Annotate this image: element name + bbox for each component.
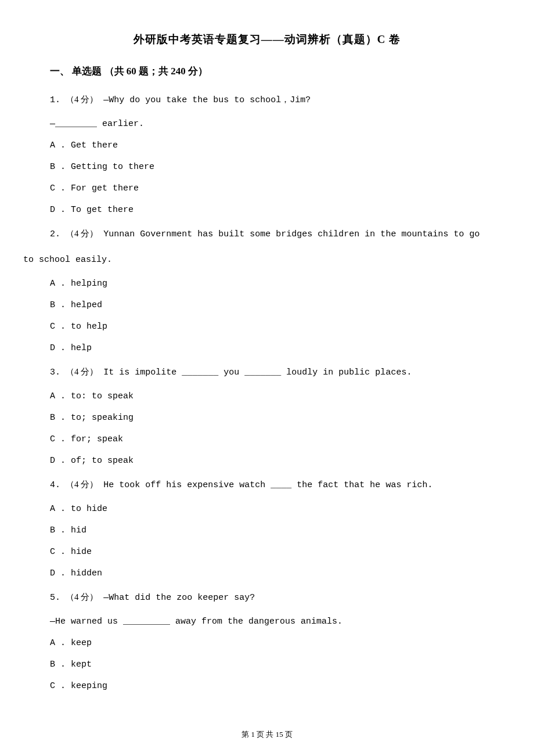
q1-option-d: D . To get there bbox=[23, 205, 511, 215]
q3-option-d: D . of; to speak bbox=[23, 456, 511, 466]
q4-option-b: B . hid bbox=[23, 525, 511, 535]
q2-text-before: Yunnan Government has built some bridges… bbox=[103, 229, 479, 239]
q1-followup: —________ earlier. bbox=[23, 119, 511, 129]
q3-option-c: C . for; speak bbox=[23, 434, 511, 444]
q5-option-c: C . keeping bbox=[23, 681, 511, 691]
q4-option-c: C . hide bbox=[23, 547, 511, 557]
q1-text: —Why do you take the bus to school，Jim? bbox=[103, 95, 311, 105]
q1-points: （4 分） bbox=[66, 95, 98, 104]
q3-points: （4 分） bbox=[66, 367, 98, 376]
q4-text: He took off his expensive watch ____ the… bbox=[103, 480, 432, 490]
q5-followup: —He warned us _________ away from the da… bbox=[23, 617, 511, 627]
q5-number: 5. bbox=[50, 593, 60, 603]
q5-text: —What did the zoo keeper say? bbox=[103, 593, 255, 603]
q3-number: 3. bbox=[50, 368, 60, 377]
q2-text-wrap: to school easily. bbox=[23, 253, 511, 267]
q2-option-a: A . helping bbox=[23, 279, 511, 289]
q2-option-c: C . to help bbox=[23, 322, 511, 332]
page-footer: 第 1 页 共 15 页 bbox=[0, 729, 534, 740]
q2-option-d: D . help bbox=[23, 343, 511, 353]
page-title: 外研版中考英语专题复习——动词辨析（真题）C 卷 bbox=[23, 32, 511, 47]
question-5: 5. （4 分） —What did the zoo keeper say? bbox=[23, 590, 511, 605]
q1-option-c: C . For get there bbox=[23, 183, 511, 193]
question-2: 2. （4 分） Yunnan Government has built som… bbox=[23, 226, 511, 242]
question-3: 3. （4 分） It is impolite _______ you ____… bbox=[23, 365, 511, 380]
q4-points: （4 分） bbox=[66, 480, 98, 489]
section-header: 一、 单选题 （共 60 题；共 240 分） bbox=[23, 64, 511, 78]
q3-option-a: A . to: to speak bbox=[23, 391, 511, 401]
q5-points: （4 分） bbox=[66, 592, 98, 602]
q5-option-b: B . kept bbox=[23, 660, 511, 669]
q2-number: 2. bbox=[50, 229, 60, 239]
q4-option-a: A . to hide bbox=[23, 504, 511, 514]
q4-option-d: D . hidden bbox=[23, 568, 511, 578]
q3-option-b: B . to; speaking bbox=[23, 413, 511, 423]
q2-points: （4 分） bbox=[66, 229, 98, 238]
q1-option-b: B . Getting to there bbox=[23, 162, 511, 172]
q1-number: 1. bbox=[50, 95, 60, 105]
q4-number: 4. bbox=[50, 480, 60, 490]
q2-option-b: B . helped bbox=[23, 300, 511, 310]
question-1: 1. （4 分） —Why do you take the bus to sch… bbox=[23, 92, 511, 107]
q1-option-a: A . Get there bbox=[23, 141, 511, 150]
q3-text: It is impolite _______ you _______ loudl… bbox=[103, 368, 412, 377]
question-4: 4. （4 分） He took off his expensive watch… bbox=[23, 477, 511, 492]
q5-option-a: A . keep bbox=[23, 638, 511, 648]
